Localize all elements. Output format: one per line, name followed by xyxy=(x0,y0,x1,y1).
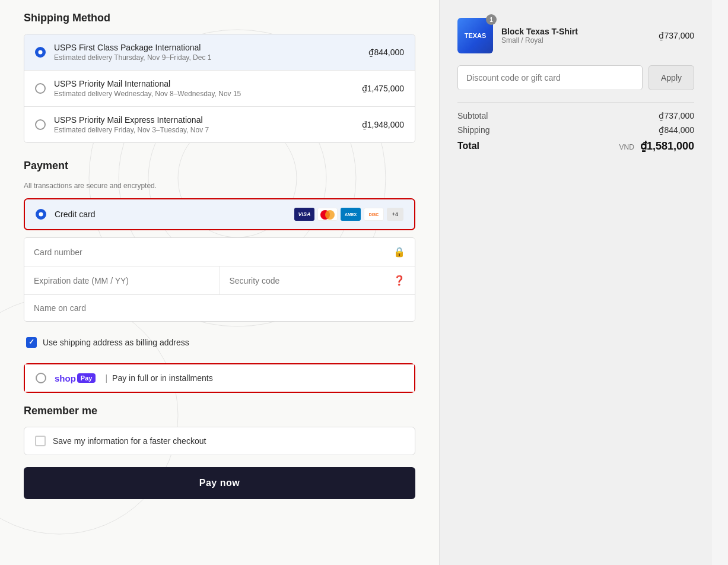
shipping-name-express: USPS Priority Mail Express International xyxy=(54,115,362,125)
shipping-option-first-class[interactable]: USPS First Class Package International E… xyxy=(24,34,415,71)
shipping-date-express: Estimated delivery Friday, Nov 3–Tuesday… xyxy=(54,126,362,134)
payment-section-title: Payment xyxy=(24,160,415,172)
save-info-checkbox[interactable] xyxy=(35,436,46,446)
discover-logo: DISC xyxy=(364,208,384,221)
shipping-date-priority: Estimated delivery Wednesday, Nov 8–Wedn… xyxy=(54,90,362,98)
product-image-wrap: TEXAS 1 xyxy=(457,18,493,53)
remember-section: Remember me Save my information for a fa… xyxy=(24,405,415,455)
discount-row: Apply xyxy=(457,65,694,90)
save-info-label: Save my information for a faster checkou… xyxy=(53,436,206,446)
remember-box: Save my information for a faster checkou… xyxy=(24,427,415,455)
shipping-options-list: USPS First Class Package International E… xyxy=(24,34,415,143)
payment-option-shop-pay[interactable]: shop Pay | Pay in full or in installment… xyxy=(25,364,414,392)
total-row: Total VND ₫1,581,000 xyxy=(457,139,694,153)
question-icon: ❓ xyxy=(393,275,405,286)
pay-now-button[interactable]: Pay now xyxy=(24,467,415,499)
remember-section-title: Remember me xyxy=(24,405,415,417)
shipping-cost-value: ₫844,000 xyxy=(659,125,694,135)
shipping-row: Shipping ₫844,000 xyxy=(457,125,694,135)
card-form-fields: 🔒 ❓ xyxy=(24,237,415,322)
mastercard-logo xyxy=(317,208,338,221)
shop-text: shop xyxy=(55,373,76,383)
shipping-info-first-class: USPS First Class Package International E… xyxy=(54,43,368,62)
shipping-option-priority[interactable]: USPS Priority Mail International Estimat… xyxy=(24,71,415,107)
shop-pay-label: Pay in full or in installments xyxy=(112,373,213,383)
subtotal-value: ₫737,000 xyxy=(659,111,694,120)
payment-option-credit-card[interactable]: Credit card VISA AMEX DISC +4 xyxy=(25,199,414,229)
expiry-field[interactable] xyxy=(24,266,220,295)
discount-input[interactable] xyxy=(457,65,643,90)
shop-pay-logo: shop Pay xyxy=(55,373,96,383)
product-details: Block Texas T-Shirt Small / Royal xyxy=(501,27,650,45)
apply-button[interactable]: Apply xyxy=(648,65,694,90)
payment-section: Payment All transactions are secure and … xyxy=(24,160,415,393)
lock-icon: 🔒 xyxy=(393,246,405,258)
card-logos: VISA AMEX DISC +4 xyxy=(294,208,403,221)
name-on-card-field[interactable] xyxy=(24,295,415,321)
shop-pay-divider: | xyxy=(105,373,107,383)
shipping-option-express[interactable]: USPS Priority Mail Express International… xyxy=(24,107,415,142)
total-currency: VND xyxy=(619,143,634,151)
credit-card-label: Credit card xyxy=(55,210,294,219)
total-value-group: VND ₫1,581,000 xyxy=(619,139,694,153)
product-name: Block Texas T-Shirt xyxy=(501,27,650,36)
card-number-field[interactable]: 🔒 xyxy=(24,238,415,266)
shipping-section-title: Shipping Method xyxy=(24,12,415,24)
product-image-text: TEXAS xyxy=(465,32,487,39)
shipping-name-first-class: USPS First Class Package International xyxy=(54,43,368,52)
shipping-date-first-class: Estimated delivery Thursday, Nov 9–Frida… xyxy=(54,53,368,62)
shipping-price-express: ₫1,948,000 xyxy=(362,120,404,129)
total-label: Total xyxy=(457,141,479,151)
shipping-price-first-class: ₫844,000 xyxy=(368,47,404,57)
shipping-price-priority: ₫1,475,000 xyxy=(362,84,404,93)
shipping-radio-express[interactable] xyxy=(35,119,46,130)
billing-address-check[interactable]: Use shipping address as billing address xyxy=(24,329,415,356)
expiry-input[interactable] xyxy=(34,276,210,285)
more-cards-label: +4 xyxy=(387,208,403,221)
shipping-radio-priority[interactable] xyxy=(35,83,46,94)
subtotal-label: Subtotal xyxy=(457,111,488,120)
payment-radio-shop-pay[interactable] xyxy=(36,373,46,383)
save-info-option[interactable]: Save my information for a faster checkou… xyxy=(24,427,415,455)
total-value: ₫1,581,000 xyxy=(640,139,694,153)
order-summary-panel: TEXAS 1 Block Texas T-Shirt Small / Roya… xyxy=(439,0,712,565)
visa-logo: VISA xyxy=(294,208,314,221)
credit-card-wrapper: Credit card VISA AMEX DISC +4 xyxy=(24,198,415,230)
shipping-name-priority: USPS Priority Mail International xyxy=(54,79,362,88)
amex-logo: AMEX xyxy=(341,208,361,221)
product-row: TEXAS 1 Block Texas T-Shirt Small / Roya… xyxy=(457,18,694,53)
card-number-input[interactable] xyxy=(34,247,389,257)
name-on-card-input[interactable] xyxy=(34,303,405,313)
shipping-cost-label: Shipping xyxy=(457,125,490,135)
shipping-info-express: USPS Priority Mail Express International… xyxy=(54,115,362,134)
payment-subtitle: All transactions are secure and encrypte… xyxy=(24,182,415,190)
security-code-input[interactable] xyxy=(230,276,389,285)
billing-label: Use shipping address as billing address xyxy=(43,338,189,347)
billing-checkbox[interactable] xyxy=(26,337,37,348)
subtotal-row: Subtotal ₫737,000 xyxy=(457,111,694,120)
product-quantity-badge: 1 xyxy=(486,14,497,25)
security-code-field[interactable]: ❓ xyxy=(220,266,415,295)
shop-pay-wrapper: shop Pay | Pay in full or in installment… xyxy=(24,363,415,393)
pay-badge: Pay xyxy=(77,373,96,383)
payment-radio-credit-card[interactable] xyxy=(36,209,46,220)
card-middle-row: ❓ xyxy=(24,266,415,295)
shipping-info-priority: USPS Priority Mail International Estimat… xyxy=(54,79,362,98)
shipping-radio-first-class[interactable] xyxy=(35,47,46,58)
totals-section: Subtotal ₫737,000 Shipping ₫844,000 Tota… xyxy=(457,102,694,153)
product-variant: Small / Royal xyxy=(501,36,650,45)
product-price: ₫737,000 xyxy=(659,31,694,40)
